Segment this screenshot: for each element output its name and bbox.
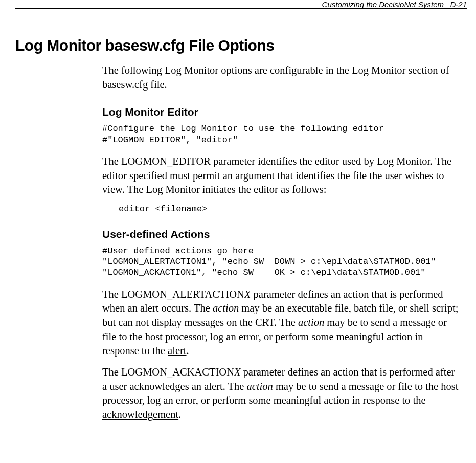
body-block: The following Log Monitor options are co… [102, 63, 461, 422]
page-number: D-21 [450, 0, 467, 9]
ackaction-paragraph: The LOGMON_ACKACTIONX parameter defines … [102, 365, 461, 422]
content-area: Log Monitor basesw.cfg File Options The … [15, 37, 461, 429]
page-header: Customizing the DecisioNet System D-21 [322, 0, 467, 9]
main-heading: Log Monitor basesw.cfg File Options [15, 37, 461, 54]
code-editor-usage: editor <filename> [119, 204, 461, 214]
section-heading-actions: User-defined Actions [102, 228, 461, 240]
alertaction-paragraph: The LOGMON_ALERTACTIONX parameter define… [102, 288, 461, 358]
code-block-editor: #Configure the Log Monitor to use the fo… [102, 123, 461, 145]
intro-paragraph: The following Log Monitor options are co… [102, 63, 461, 92]
code-block-actions: #User defined actions go here "LOGMON_AL… [102, 246, 461, 278]
section-heading-editor: Log Monitor Editor [102, 106, 461, 118]
editor-description: The LOGMON_EDITOR parameter identifies t… [102, 155, 461, 197]
header-title: Customizing the DecisioNet System [322, 0, 444, 9]
header-rule [15, 8, 467, 9]
